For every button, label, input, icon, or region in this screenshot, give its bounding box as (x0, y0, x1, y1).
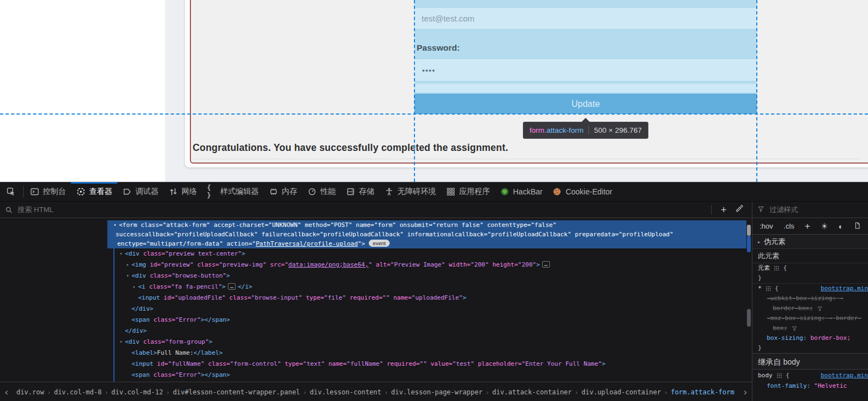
property-value[interactable]: border-box; (807, 333, 850, 343)
rule-declaration[interactable]: box-sizing: border-box; (752, 333, 868, 343)
markup-line[interactable]: ▸<i class="fa fa-pencil">…</i> (0, 281, 746, 292)
markup-line[interactable]: ▾<div class="browse-button"> (0, 270, 746, 281)
twisty-icon[interactable]: ▸ (758, 240, 760, 245)
stylesheet-link[interactable]: bootstrap.min (821, 370, 868, 381)
twisty-icon[interactable]: ▾ (112, 220, 118, 230)
toggle-class-button[interactable]: .cls (784, 222, 795, 230)
breadcrumb-item[interactable]: div.lesson-content (307, 388, 385, 396)
code-token: "form" (374, 221, 400, 229)
pseudo-elements-section[interactable]: ▸伪元素 (752, 235, 868, 249)
ellipsis-badge[interactable]: … (542, 261, 550, 268)
node-infobar-tooltip: form.attack-form 500 × 296.767 (523, 122, 648, 139)
light-scheme-icon[interactable]: ☀ (821, 221, 828, 231)
tab-accessibility[interactable]: 无障碍环境 (379, 182, 441, 201)
property-name[interactable]: box-sizing: (767, 333, 807, 343)
scrollbar-thumb-top[interactable] (747, 225, 751, 236)
code-token: method= (305, 221, 330, 229)
star-rule[interactable]: * { bootstrap.min (752, 283, 868, 294)
print-media-icon[interactable] (854, 222, 861, 231)
breadcrumb-scroll-left[interactable]: ‹ (0, 387, 13, 398)
breadcrumb-item[interactable]: div#lesson-content-wrapper.panel (170, 388, 303, 396)
tab-hackbar[interactable]: HackBar (495, 182, 548, 201)
rule-selector[interactable]: * (758, 284, 762, 294)
breadcrumb-item[interactable]: form.attack-form (668, 388, 738, 396)
markup-line[interactable]: </div> (0, 304, 746, 315)
add-node-button[interactable]: + (720, 205, 727, 214)
selector-highlighter-icon[interactable] (777, 373, 782, 378)
inline-style-rule[interactable]: 元素 { (752, 263, 868, 273)
rule-declaration[interactable]: font-family: "Helvetic (752, 381, 868, 391)
breadcrumb-scroll-right[interactable]: › (739, 387, 752, 398)
markup-line[interactable]: ▾<div class="preview text-center"> (0, 248, 746, 259)
stylesheet-link[interactable]: bootstrap.min (821, 284, 868, 294)
tab-network[interactable]: 网络 (163, 182, 202, 201)
dark-scheme-icon[interactable]: ◐ (838, 222, 843, 231)
markup-line[interactable]: successcallback="profileUploadCallback" … (107, 230, 746, 239)
tab-styleeditor[interactable]: { }样式编辑器 (202, 182, 264, 201)
code-token: "fullName" (168, 360, 208, 367)
property-value[interactable]: "Helvetic (810, 381, 847, 391)
attribute-link[interactable]: data:image/png;base64, (288, 261, 369, 268)
attribute-link[interactable]: PathTraversal/profile-upload (256, 240, 358, 247)
body-rule[interactable]: body { bootstrap.min (752, 370, 868, 381)
file-input-row[interactable] (414, 84, 757, 93)
tab-application[interactable]: 应用程序 (441, 182, 495, 201)
accessibility-icon (384, 187, 394, 197)
email-input[interactable]: test@test.com (414, 7, 757, 30)
this-element-section: 此元素 (752, 249, 868, 263)
tab-cookie[interactable]: Cookie-Editor (548, 182, 618, 201)
breadcrumb-item[interactable]: div.attack-container (489, 388, 575, 396)
scrollbar-thumb[interactable] (747, 309, 751, 327)
markup-line[interactable]: <label>Full Name:</label> (0, 348, 746, 359)
markup-scrollbar[interactable] (747, 219, 751, 382)
tab-console[interactable]: 控制台 (25, 182, 71, 201)
filter-styles-input[interactable] (768, 205, 848, 214)
breadcrumb-item[interactable]: div.row (13, 388, 48, 396)
tab-pick[interactable] (0, 182, 22, 201)
event-badge[interactable]: event (369, 240, 389, 247)
markup-line[interactable]: enctype="multipart/form-data" action="Pa… (107, 239, 746, 248)
rule-declaration[interactable]: -webkit-box-sizing: → (752, 294, 868, 304)
toggle-hover-button[interactable]: :hov (760, 222, 773, 230)
markup-line[interactable]: </div> (0, 326, 746, 337)
code-token: "200" (518, 261, 536, 268)
markup-line[interactable]: <span class="Error"></span> (0, 315, 746, 326)
selector-highlighter-icon[interactable] (766, 286, 771, 291)
tab-inspector[interactable]: 查看器 (71, 182, 117, 201)
breadcrumb-item[interactable]: div.upload-container (578, 388, 664, 396)
rule-selector[interactable]: 元素 (758, 263, 770, 273)
tab-storage[interactable]: 存储 (341, 182, 379, 201)
twisty-icon[interactable]: ▾ (124, 270, 131, 281)
add-rule-button[interactable]: + (805, 221, 810, 232)
update-button[interactable]: Update (414, 94, 757, 114)
tab-memory[interactable]: 内存 (264, 182, 302, 201)
rule-declaration[interactable]: box; (752, 323, 868, 333)
breadcrumb-item[interactable]: div.col-md-12 (108, 388, 166, 396)
markup-line[interactable]: ▸<img id="preview" class="preview-img" s… (0, 259, 746, 270)
tab-debugger[interactable]: 调试器 (117, 182, 163, 201)
rule-selector[interactable]: body (758, 370, 773, 381)
twisty-icon[interactable]: ▾ (118, 248, 124, 259)
password-input[interactable]: •••• (414, 58, 757, 82)
markup-line[interactable]: <input id="fullName" class="form-control… (0, 359, 746, 370)
breadcrumb-item[interactable]: div.lesson-page-wrapper (387, 388, 485, 396)
code-token: "text" (303, 360, 328, 367)
overridden-filter-icon[interactable] (791, 326, 798, 332)
overridden-filter-icon[interactable] (817, 306, 823, 312)
property-name[interactable]: font-family: (767, 381, 810, 391)
markup-line[interactable]: <input id="uploadedFile" class="browse-i… (0, 292, 746, 304)
tab-performance[interactable]: 性能 (302, 182, 341, 201)
ellipsis-badge[interactable]: … (228, 283, 236, 290)
twisty-icon[interactable]: ▸ (124, 259, 131, 270)
search-html-input[interactable] (17, 205, 514, 214)
markup-line[interactable]: <span class="Error"></span> (0, 370, 746, 381)
markup-line[interactable]: ▾<form class="attack-form" accept-charse… (107, 220, 746, 230)
eyedropper-icon[interactable] (735, 204, 744, 215)
markup-line[interactable]: ▾<div class="form-group"> (0, 337, 746, 348)
selector-highlighter-icon[interactable] (774, 265, 779, 271)
rule-declaration[interactable]: -moz-box-sizing: → border- (752, 313, 868, 323)
twisty-icon[interactable]: ▾ (118, 337, 124, 348)
twisty-icon[interactable]: ▸ (131, 281, 138, 292)
breadcrumb-item[interactable]: div.col-md-8 (51, 388, 105, 396)
rule-declaration[interactable]: border-box; (752, 304, 868, 313)
